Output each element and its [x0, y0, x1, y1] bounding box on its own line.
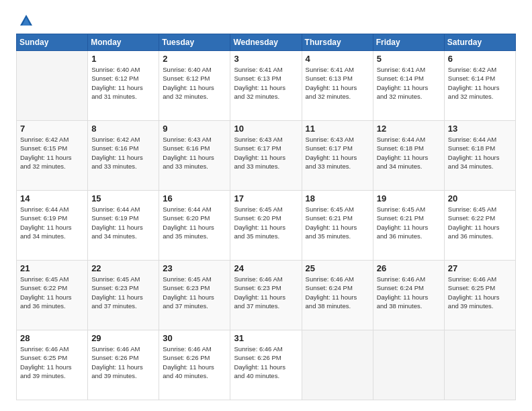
calendar-cell: 10Sunrise: 6:43 AM Sunset: 6:17 PM Dayli…	[230, 121, 302, 191]
calendar-cell	[444, 330, 515, 400]
day-info: Sunrise: 6:45 AM Sunset: 6:23 PM Dayligh…	[91, 275, 155, 310]
day-info: Sunrise: 6:46 AM Sunset: 6:24 PM Dayligh…	[377, 275, 441, 310]
day-number: 2	[163, 54, 226, 64]
calendar-cell	[302, 330, 373, 400]
calendar-cell: 31Sunrise: 6:46 AM Sunset: 6:26 PM Dayli…	[230, 330, 302, 400]
day-info: Sunrise: 6:45 AM Sunset: 6:21 PM Dayligh…	[377, 205, 441, 240]
calendar-cell: 4Sunrise: 6:41 AM Sunset: 6:13 PM Daylig…	[302, 51, 373, 121]
weekday-friday: Friday	[373, 34, 444, 51]
weekday-thursday: Thursday	[302, 34, 373, 51]
weekday-saturday: Saturday	[444, 34, 515, 51]
day-info: Sunrise: 6:44 AM Sunset: 6:20 PM Dayligh…	[163, 205, 226, 240]
day-number: 17	[234, 193, 298, 203]
calendar-cell: 24Sunrise: 6:46 AM Sunset: 6:23 PM Dayli…	[230, 261, 302, 330]
day-number: 10	[234, 124, 298, 134]
week-row-2: 7Sunrise: 6:42 AM Sunset: 6:15 PM Daylig…	[17, 121, 516, 191]
day-info: Sunrise: 6:46 AM Sunset: 6:23 PM Dayligh…	[234, 275, 298, 310]
week-row-4: 21Sunrise: 6:45 AM Sunset: 6:22 PM Dayli…	[17, 261, 516, 330]
day-number: 4	[306, 54, 369, 64]
day-info: Sunrise: 6:41 AM Sunset: 6:14 PM Dayligh…	[377, 65, 441, 101]
calendar-cell: 3Sunrise: 6:41 AM Sunset: 6:13 PM Daylig…	[230, 51, 302, 121]
day-info: Sunrise: 6:45 AM Sunset: 6:20 PM Dayligh…	[234, 205, 298, 240]
day-info: Sunrise: 6:46 AM Sunset: 6:24 PM Dayligh…	[306, 275, 369, 310]
day-number: 24	[234, 263, 298, 273]
logo	[16, 13, 34, 26]
day-number: 26	[377, 263, 441, 273]
calendar-cell: 19Sunrise: 6:45 AM Sunset: 6:21 PM Dayli…	[373, 191, 444, 261]
calendar-cell: 30Sunrise: 6:46 AM Sunset: 6:26 PM Dayli…	[159, 330, 230, 400]
day-info: Sunrise: 6:43 AM Sunset: 6:16 PM Dayligh…	[163, 135, 226, 171]
day-number: 7	[20, 124, 84, 134]
calendar-cell: 16Sunrise: 6:44 AM Sunset: 6:20 PM Dayli…	[159, 191, 230, 261]
logo-icon	[19, 13, 34, 28]
calendar-cell: 22Sunrise: 6:45 AM Sunset: 6:23 PM Dayli…	[88, 261, 159, 330]
day-info: Sunrise: 6:43 AM Sunset: 6:17 PM Dayligh…	[306, 135, 369, 171]
day-number: 28	[20, 333, 84, 343]
day-info: Sunrise: 6:42 AM Sunset: 6:16 PM Dayligh…	[91, 135, 155, 171]
calendar-cell: 1Sunrise: 6:40 AM Sunset: 6:12 PM Daylig…	[88, 51, 159, 121]
week-row-3: 14Sunrise: 6:44 AM Sunset: 6:19 PM Dayli…	[17, 191, 516, 261]
calendar-cell: 25Sunrise: 6:46 AM Sunset: 6:24 PM Dayli…	[302, 261, 373, 330]
calendar-cell: 5Sunrise: 6:41 AM Sunset: 6:14 PM Daylig…	[373, 51, 444, 121]
day-number: 13	[448, 124, 512, 134]
day-info: Sunrise: 6:42 AM Sunset: 6:15 PM Dayligh…	[20, 135, 84, 171]
calendar-cell: 12Sunrise: 6:44 AM Sunset: 6:18 PM Dayli…	[373, 121, 444, 191]
day-number: 1	[91, 54, 155, 64]
day-info: Sunrise: 6:46 AM Sunset: 6:26 PM Dayligh…	[163, 345, 226, 380]
day-info: Sunrise: 6:41 AM Sunset: 6:13 PM Dayligh…	[306, 65, 369, 101]
calendar-cell: 23Sunrise: 6:45 AM Sunset: 6:23 PM Dayli…	[159, 261, 230, 330]
calendar-cell: 15Sunrise: 6:44 AM Sunset: 6:19 PM Dayli…	[88, 191, 159, 261]
header	[16, 13, 516, 26]
calendar-cell: 11Sunrise: 6:43 AM Sunset: 6:17 PM Dayli…	[302, 121, 373, 191]
calendar-cell: 26Sunrise: 6:46 AM Sunset: 6:24 PM Dayli…	[373, 261, 444, 330]
calendar-cell: 8Sunrise: 6:42 AM Sunset: 6:16 PM Daylig…	[88, 121, 159, 191]
day-number: 14	[20, 193, 84, 203]
day-number: 21	[20, 263, 84, 273]
day-info: Sunrise: 6:46 AM Sunset: 6:26 PM Dayligh…	[234, 345, 298, 380]
day-number: 16	[163, 193, 226, 203]
day-number: 25	[306, 263, 369, 273]
day-info: Sunrise: 6:41 AM Sunset: 6:13 PM Dayligh…	[234, 65, 298, 101]
weekday-sunday: Sunday	[17, 34, 88, 51]
day-info: Sunrise: 6:42 AM Sunset: 6:14 PM Dayligh…	[448, 65, 512, 101]
calendar-cell: 20Sunrise: 6:45 AM Sunset: 6:22 PM Dayli…	[444, 191, 515, 261]
day-info: Sunrise: 6:44 AM Sunset: 6:18 PM Dayligh…	[377, 135, 441, 171]
day-info: Sunrise: 6:44 AM Sunset: 6:18 PM Dayligh…	[448, 135, 512, 171]
calendar-cell: 2Sunrise: 6:40 AM Sunset: 6:12 PM Daylig…	[159, 51, 230, 121]
weekday-tuesday: Tuesday	[159, 34, 230, 51]
day-info: Sunrise: 6:46 AM Sunset: 6:25 PM Dayligh…	[448, 275, 512, 310]
day-info: Sunrise: 6:40 AM Sunset: 6:12 PM Dayligh…	[91, 65, 155, 101]
day-number: 29	[91, 333, 155, 343]
day-info: Sunrise: 6:45 AM Sunset: 6:22 PM Dayligh…	[448, 205, 512, 240]
day-number: 19	[377, 193, 441, 203]
day-number: 11	[306, 124, 369, 134]
day-info: Sunrise: 6:46 AM Sunset: 6:26 PM Dayligh…	[91, 345, 155, 380]
day-number: 15	[91, 193, 155, 203]
day-info: Sunrise: 6:40 AM Sunset: 6:12 PM Dayligh…	[163, 65, 226, 101]
day-number: 9	[163, 124, 226, 134]
calendar-table: SundayMondayTuesdayWednesdayThursdayFrid…	[16, 34, 516, 400]
weekday-header-row: SundayMondayTuesdayWednesdayThursdayFrid…	[17, 34, 516, 51]
week-row-1: 1Sunrise: 6:40 AM Sunset: 6:12 PM Daylig…	[17, 51, 516, 121]
weekday-wednesday: Wednesday	[230, 34, 302, 51]
day-number: 20	[448, 193, 512, 203]
calendar-cell: 13Sunrise: 6:44 AM Sunset: 6:18 PM Dayli…	[444, 121, 515, 191]
calendar-cell: 6Sunrise: 6:42 AM Sunset: 6:14 PM Daylig…	[444, 51, 515, 121]
day-info: Sunrise: 6:45 AM Sunset: 6:22 PM Dayligh…	[20, 275, 84, 310]
day-info: Sunrise: 6:45 AM Sunset: 6:23 PM Dayligh…	[163, 275, 226, 310]
calendar-cell: 17Sunrise: 6:45 AM Sunset: 6:20 PM Dayli…	[230, 191, 302, 261]
day-number: 3	[234, 54, 298, 64]
calendar-cell: 28Sunrise: 6:46 AM Sunset: 6:25 PM Dayli…	[17, 330, 88, 400]
day-number: 5	[377, 54, 441, 64]
day-info: Sunrise: 6:45 AM Sunset: 6:21 PM Dayligh…	[306, 205, 369, 240]
day-number: 12	[377, 124, 441, 134]
day-number: 18	[306, 193, 369, 203]
day-info: Sunrise: 6:46 AM Sunset: 6:25 PM Dayligh…	[20, 345, 84, 380]
day-number: 30	[163, 333, 226, 343]
page: SundayMondayTuesdayWednesdayThursdayFrid…	[0, 0, 532, 411]
calendar-cell: 21Sunrise: 6:45 AM Sunset: 6:22 PM Dayli…	[17, 261, 88, 330]
week-row-5: 28Sunrise: 6:46 AM Sunset: 6:25 PM Dayli…	[17, 330, 516, 400]
calendar-cell: 7Sunrise: 6:42 AM Sunset: 6:15 PM Daylig…	[17, 121, 88, 191]
day-info: Sunrise: 6:44 AM Sunset: 6:19 PM Dayligh…	[20, 205, 84, 240]
calendar-cell: 27Sunrise: 6:46 AM Sunset: 6:25 PM Dayli…	[444, 261, 515, 330]
